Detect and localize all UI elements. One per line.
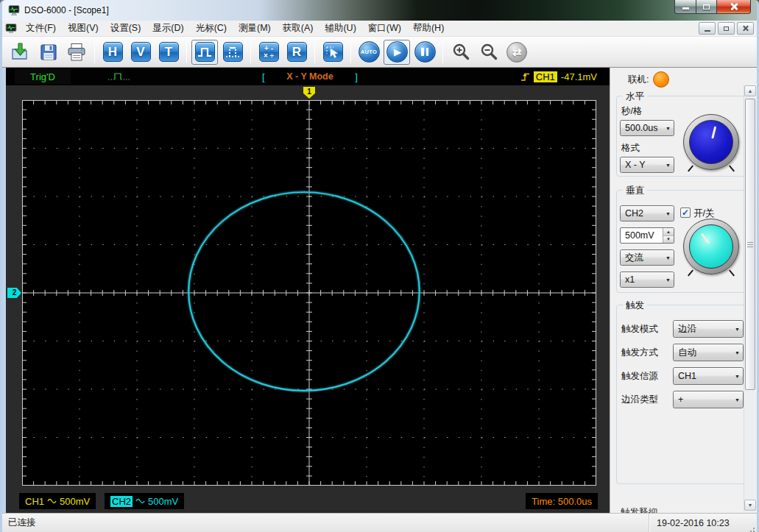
chevron-down-icon: ▼ bbox=[735, 327, 740, 332]
resize-grip[interactable] bbox=[746, 514, 757, 532]
trigger-row-select[interactable]: 边沿▼ bbox=[673, 320, 744, 338]
spin-down-icon[interactable]: ▼ bbox=[663, 236, 674, 244]
grip-dots-icon bbox=[753, 528, 755, 529]
open-button[interactable] bbox=[7, 40, 34, 65]
sec-per-div-select[interactable]: 500.0us▼ bbox=[620, 120, 674, 136]
scroll-up-icon[interactable]: ▲ bbox=[744, 85, 756, 96]
knob-pointer bbox=[681, 216, 741, 276]
toolbar-separator bbox=[350, 41, 351, 63]
math-button[interactable]: + -× ÷ bbox=[255, 40, 282, 65]
mdi-minimize-button[interactable] bbox=[699, 22, 716, 35]
online-status: 联机: bbox=[628, 71, 669, 88]
trigger-row-label: 触发模式 bbox=[621, 323, 658, 336]
zoom-in-button[interactable] bbox=[448, 40, 474, 65]
menu-item-7[interactable]: 获取(A) bbox=[277, 21, 320, 36]
channel-select[interactable]: CH2▼ bbox=[620, 205, 674, 221]
print-button[interactable] bbox=[63, 40, 90, 65]
ch1-readout[interactable]: CH1 500mV bbox=[19, 493, 96, 509]
run-button[interactable]: ▶ bbox=[384, 40, 410, 65]
auto-setup-button[interactable]: AUTO bbox=[356, 40, 382, 65]
trigger-row-label: 边沿类型 bbox=[621, 394, 658, 406]
ac-coupling-icon bbox=[135, 497, 145, 505]
format-select[interactable]: X - Y▼ bbox=[620, 157, 674, 173]
ch1-name: CH1 bbox=[25, 496, 44, 507]
menu-item-1[interactable]: 文件(F) bbox=[20, 21, 62, 36]
menu-item-8[interactable]: 辅助(U) bbox=[319, 21, 361, 36]
format-label: 格式 bbox=[621, 142, 640, 155]
vertical-knob[interactable] bbox=[683, 219, 739, 274]
ch2-chip: CH2 bbox=[110, 496, 133, 507]
menu-item-6[interactable]: 测量(M) bbox=[233, 21, 277, 36]
trigger-setup-button[interactable]: T bbox=[155, 40, 182, 65]
minimize-icon bbox=[682, 7, 689, 10]
toolbar: H V T + -× ÷ R AUTO ▶ ⇄ bbox=[2, 37, 757, 68]
connection-status: 已连接 bbox=[2, 514, 649, 532]
clipped-section-label: 触发释抑 bbox=[621, 506, 657, 513]
trigger-group: 触发 触发模式边沿▼触发方式自动▼触发信源CH1▼边沿类型+▼ bbox=[616, 305, 750, 484]
trigger-pulse-icon bbox=[107, 71, 131, 82]
scroll-down-icon[interactable]: ▼ bbox=[744, 500, 756, 511]
spin-up-icon[interactable]: ▲ bbox=[663, 228, 674, 236]
toolbar-separator bbox=[314, 41, 315, 63]
menu-item-5[interactable]: 光标(C) bbox=[190, 21, 233, 36]
menu-item-9[interactable]: 窗口(W) bbox=[362, 21, 407, 36]
trigger-row-select[interactable]: +▼ bbox=[673, 391, 744, 408]
trigger-group-title: 触发 bbox=[623, 299, 647, 312]
mdi-window-buttons bbox=[696, 22, 754, 35]
scrollbar-thumb[interactable] bbox=[745, 99, 755, 390]
mdi-restore-button[interactable] bbox=[718, 22, 735, 35]
channel-switch-checkbox[interactable]: ✓ bbox=[680, 208, 691, 218]
menu-item-3[interactable]: 设置(S) bbox=[105, 21, 147, 36]
save-button[interactable] bbox=[35, 40, 62, 65]
volts-per-div-spinner[interactable]: 500mV ▲▼ bbox=[620, 227, 674, 244]
maximize-button[interactable] bbox=[696, 0, 717, 14]
panel-scrollbar[interactable]: ▲ ▼ bbox=[744, 85, 756, 511]
horizontal-knob[interactable] bbox=[683, 114, 739, 170]
menu-item-2[interactable]: 视图(V) bbox=[62, 21, 105, 36]
chevron-down-icon: ▼ bbox=[666, 255, 671, 260]
channel-label-strip: CH1 500mV CH2 500mV Time: 500.0us bbox=[6, 491, 610, 513]
trigger-status-badge: Trig'D bbox=[15, 69, 71, 84]
minimize-button[interactable] bbox=[674, 0, 696, 14]
mdi-close-button[interactable] bbox=[737, 22, 754, 35]
t-letter-icon: T bbox=[159, 42, 179, 62]
reference-button[interactable]: R bbox=[283, 40, 310, 65]
vertical-setup-button[interactable]: V bbox=[127, 40, 154, 65]
pulse-dashed-button[interactable] bbox=[219, 40, 246, 65]
swap-button[interactable]: ⇄ bbox=[504, 40, 530, 65]
pulse-display-button[interactable] bbox=[191, 40, 218, 65]
trigger-row: 触发方式自动▼ bbox=[621, 344, 744, 361]
probe-select[interactable]: x1▼ bbox=[620, 272, 674, 288]
menu-item-4[interactable]: 显示(D) bbox=[146, 21, 189, 36]
knob-pointer bbox=[685, 116, 737, 168]
horizontal-setup-button[interactable]: H bbox=[99, 40, 126, 65]
pulse-dashed-icon bbox=[225, 44, 241, 60]
chevron-down-icon: ▼ bbox=[735, 374, 740, 379]
menu-item-10[interactable]: 帮助(H) bbox=[407, 21, 450, 36]
close-button[interactable] bbox=[717, 0, 751, 14]
vertical-group: 垂直 CH2▼ ✓ 开/关 500mV ▲▼ 交流▼ x1▼ bbox=[616, 190, 750, 293]
trigger-row-select[interactable]: CH1▼ bbox=[673, 367, 744, 385]
xy-mode-label: X - Y Mode bbox=[286, 71, 333, 82]
ch2-readout[interactable]: CH2 500mV bbox=[105, 493, 184, 509]
scope-info-strip: Trig'D [ X - Y Mode ] CH1 -47.1mV bbox=[6, 68, 610, 85]
pause-button[interactable] bbox=[412, 40, 438, 65]
ch1-scale: 500mV bbox=[60, 496, 90, 507]
printer-icon bbox=[66, 42, 87, 63]
ac-coupling-icon bbox=[47, 497, 57, 505]
close-icon bbox=[742, 25, 749, 32]
trigger-source-chip: CH1 bbox=[534, 71, 557, 82]
trigger-row-label: 触发信源 bbox=[621, 370, 658, 383]
trigger-row-select[interactable]: 自动▼ bbox=[673, 344, 744, 361]
marker-ch2[interactable]: 2 bbox=[7, 288, 21, 298]
vertical-group-title: 垂直 bbox=[623, 185, 647, 197]
marker-ch1[interactable]: 1 bbox=[303, 87, 315, 99]
maximize-icon bbox=[703, 4, 710, 10]
zoom-out-button[interactable] bbox=[476, 40, 502, 65]
chevron-down-icon: ▼ bbox=[666, 126, 671, 131]
waveform-plot bbox=[22, 100, 596, 486]
coupling-select[interactable]: 交流▼ bbox=[620, 249, 674, 266]
auto-icon: AUTO bbox=[361, 49, 377, 55]
cursor-measure-button[interactable] bbox=[320, 40, 346, 65]
rising-edge-icon bbox=[520, 71, 530, 82]
